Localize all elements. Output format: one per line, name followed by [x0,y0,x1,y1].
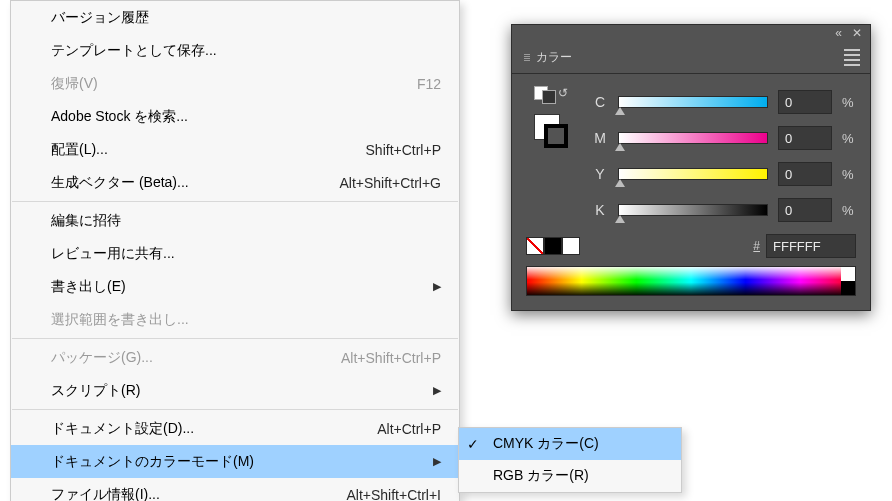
menu-item-label: 選択範囲を書き出し... [51,311,441,329]
channel-slider[interactable] [618,96,768,108]
slider-row-m: M0% [592,120,856,156]
menu-item-label: テンプレートとして保存... [51,42,441,60]
panel-collapse-icon[interactable]: « [835,26,842,40]
channel-label: M [592,130,608,146]
menu-item[interactable]: 書き出し(E)▶ [11,270,459,303]
swatch-none[interactable] [526,237,544,255]
menu-item-label: 編集に招待 [51,212,441,230]
cmyk-sliders: C0%M0%Y0%K0% [592,84,856,228]
channel-label: C [592,94,608,110]
submenu-item[interactable]: RGB カラー(R) [459,460,681,492]
menu-item[interactable]: ファイル情報(I)...Alt+Shift+Ctrl+I [11,478,459,501]
color-tab-label: カラー [536,49,572,66]
color-tab[interactable]: カラー [512,41,584,73]
menu-item-label: パッケージ(G)... [51,349,341,367]
file-menu: バージョン履歴テンプレートとして保存...復帰(V)F12Adobe Stock… [10,0,460,501]
menu-item-label: スクリプト(R) [51,382,423,400]
channel-value-input[interactable]: 0 [778,90,832,114]
menu-separator [12,338,458,339]
fill-stroke-swatch[interactable] [534,114,568,148]
menu-item-shortcut: F12 [417,76,441,92]
menu-item: 選択範囲を書き出し... [11,303,459,336]
channel-label: Y [592,166,608,182]
color-panel: « ✕ カラー ↺ C0%M0%Y0%K0% # FFFFFF [511,24,871,311]
panel-menu-icon[interactable] [834,49,870,66]
menu-item-shortcut: Alt+Shift+Ctrl+I [346,487,441,502]
channel-slider[interactable] [618,168,768,180]
channel-slider[interactable] [618,132,768,144]
menu-item[interactable]: Adobe Stock を検索... [11,100,459,133]
menu-item[interactable]: 編集に招待 [11,204,459,237]
chevron-right-icon: ▶ [433,384,441,397]
swatch-black[interactable] [544,237,562,255]
menu-item-label: 配置(L)... [51,141,366,159]
submenu-item[interactable]: ✓CMYK カラー(C) [459,428,681,460]
channel-slider[interactable] [618,204,768,216]
menu-item-label: 復帰(V) [51,75,417,93]
submenu-item-label: CMYK カラー(C) [493,435,599,453]
slider-row-y: Y0% [592,156,856,192]
panel-close-icon[interactable]: ✕ [852,26,862,40]
menu-separator [12,201,458,202]
menu-item-label: ファイル情報(I)... [51,486,346,502]
menu-item-shortcut: Alt+Shift+Ctrl+P [341,350,441,366]
slider-thumb[interactable] [615,179,625,187]
menu-item[interactable]: ドキュメント設定(D)...Alt+Ctrl+P [11,412,459,445]
menu-item[interactable]: スクリプト(R)▶ [11,374,459,407]
color-spectrum[interactable] [526,266,856,296]
color-mode-submenu: ✓CMYK カラー(C)RGB カラー(R) [458,427,682,493]
slider-row-c: C0% [592,84,856,120]
menu-item[interactable]: バージョン履歴 [11,1,459,34]
hex-input[interactable]: FFFFFF [766,234,856,258]
check-icon: ✓ [467,436,479,452]
quick-swatch-row: # FFFFFF [526,234,856,258]
percent-label: % [842,131,856,146]
swap-fill-stroke-icon[interactable]: ↺ [534,86,566,106]
slider-thumb[interactable] [615,215,625,223]
menu-separator [12,409,458,410]
slider-thumb[interactable] [615,107,625,115]
menu-item-shortcut: Alt+Shift+Ctrl+G [339,175,441,191]
menu-item[interactable]: テンプレートとして保存... [11,34,459,67]
menu-item: 復帰(V)F12 [11,67,459,100]
menu-item-shortcut: Alt+Ctrl+P [377,421,441,437]
menu-item-label: バージョン履歴 [51,9,441,27]
slider-row-k: K0% [592,192,856,228]
chevron-right-icon: ▶ [433,455,441,468]
percent-label: % [842,167,856,182]
menu-item: パッケージ(G)...Alt+Shift+Ctrl+P [11,341,459,374]
menu-item-label: Adobe Stock を検索... [51,108,441,126]
swatch-white[interactable] [562,237,580,255]
menu-item-label: 書き出し(E) [51,278,423,296]
submenu-item-label: RGB カラー(R) [493,467,589,485]
channel-value-input[interactable]: 0 [778,198,832,222]
hex-label: # [753,239,760,253]
menu-item-shortcut: Shift+Ctrl+P [366,142,441,158]
menu-item-label: 生成ベクター (Beta)... [51,174,339,192]
menu-item-label: ドキュメント設定(D)... [51,420,377,438]
menu-item[interactable]: レビュー用に共有... [11,237,459,270]
menu-item[interactable]: ドキュメントのカラーモード(M)▶ [11,445,459,478]
chevron-right-icon: ▶ [433,280,441,293]
panel-tabrow: カラー [512,41,870,74]
channel-value-input[interactable]: 0 [778,126,832,150]
menu-item[interactable]: 生成ベクター (Beta)...Alt+Shift+Ctrl+G [11,166,459,199]
percent-label: % [842,95,856,110]
grip-icon [524,54,530,61]
stroke-swatch[interactable] [544,124,568,148]
menu-item[interactable]: 配置(L)...Shift+Ctrl+P [11,133,459,166]
menu-item-label: ドキュメントのカラーモード(M) [51,453,423,471]
channel-value-input[interactable]: 0 [778,162,832,186]
slider-thumb[interactable] [615,143,625,151]
menu-item-label: レビュー用に共有... [51,245,441,263]
channel-label: K [592,202,608,218]
percent-label: % [842,203,856,218]
